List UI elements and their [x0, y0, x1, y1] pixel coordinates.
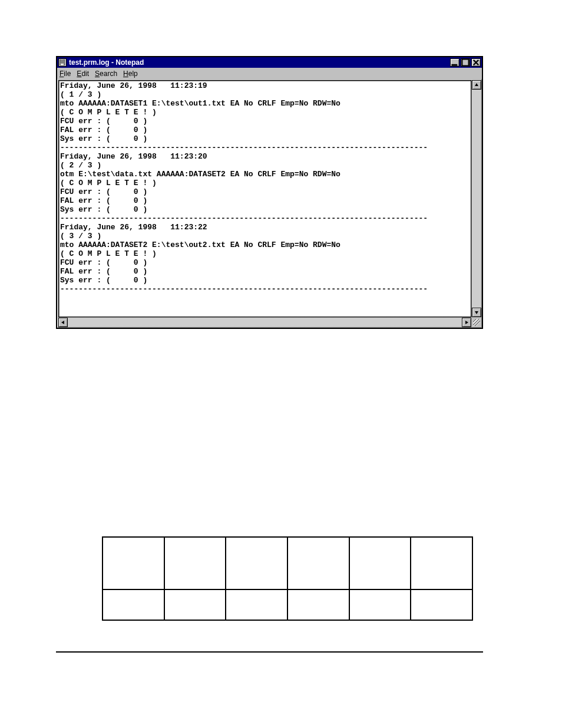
maximize-button[interactable]	[461, 58, 470, 67]
menu-edit[interactable]: Edit	[77, 70, 89, 78]
svg-marker-9	[475, 311, 478, 314]
table-cell	[349, 589, 411, 620]
app-icon	[58, 58, 67, 67]
table-cell	[287, 589, 349, 620]
table-cell	[287, 537, 349, 589]
scroll-up-button[interactable]	[472, 80, 481, 90]
menu-edit-rest: dit	[81, 70, 89, 78]
table-cell	[164, 589, 226, 620]
table-cell	[103, 537, 164, 589]
menu-help[interactable]: Help	[123, 70, 138, 78]
empty-table	[102, 536, 473, 621]
client-area: Friday, June 26, 1998 11:23:19 ( 1 / 3 )…	[58, 80, 481, 327]
page-footer-rule	[56, 651, 483, 653]
svg-marker-8	[475, 83, 478, 86]
menu-file[interactable]: File	[59, 70, 71, 78]
window-controls	[449, 58, 481, 67]
svg-rect-4	[451, 64, 457, 66]
log-text: Friday, June 26, 1998 11:23:19 ( 1 / 3 )…	[60, 81, 470, 294]
window-title: test.prm.log - Notepad	[69, 58, 449, 67]
scroll-down-button[interactable]	[472, 308, 481, 317]
menu-help-rest: elp	[128, 70, 138, 78]
table-cell	[349, 537, 411, 589]
text-area[interactable]: Friday, June 26, 1998 11:23:19 ( 1 / 3 )…	[58, 80, 471, 317]
table-row	[103, 537, 472, 589]
table-cell	[411, 537, 472, 589]
vertical-scrollbar[interactable]	[471, 80, 481, 317]
scroll-left-button[interactable]	[58, 318, 68, 327]
scroll-right-button[interactable]	[462, 318, 471, 327]
menu-bar: File Edit Search Help	[57, 68, 482, 79]
table-cell	[103, 589, 164, 620]
minimize-button[interactable]	[450, 58, 459, 67]
close-button[interactable]	[471, 58, 481, 67]
svg-marker-10	[61, 321, 64, 324]
menu-search-rest: earch	[100, 70, 117, 78]
menu-search[interactable]: Search	[95, 70, 117, 78]
table-cell	[226, 589, 287, 620]
resize-grip[interactable]	[471, 317, 481, 327]
title-bar[interactable]: test.prm.log - Notepad	[57, 57, 482, 68]
table-cell	[411, 589, 472, 620]
table-cell	[226, 537, 287, 589]
menu-file-rest: ile	[64, 70, 71, 78]
table-cell	[164, 537, 226, 589]
notepad-window: test.prm.log - Notepad File Edit Search …	[56, 56, 483, 329]
horizontal-scrollbar[interactable]	[58, 317, 471, 327]
svg-marker-11	[465, 321, 468, 324]
svg-rect-5	[462, 59, 468, 65]
table-row	[103, 589, 472, 620]
